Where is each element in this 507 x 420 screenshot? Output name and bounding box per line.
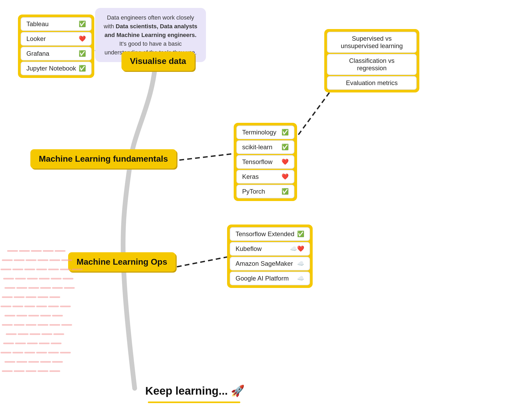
keep-learning-underline [148,402,240,403]
ml-fundamentals-label: Machine Learning fundamentals [39,154,168,164]
tfx-label: Tensorflow Extended [236,230,294,238]
keras-badge: ❤️ [281,173,289,180]
visualise-group: Tableau ✅ Looker ❤️ Grafana ✅ Jupyter No… [18,15,94,78]
jupyter-label: Jupyter Notebook [26,65,76,72]
jupyter-badge: ✅ [79,65,86,72]
looker-badge: ❤️ [79,35,86,42]
sklearn-badge: ✅ [281,144,289,151]
sagemaker-item: Amazon SageMaker ☁️ [230,257,310,270]
sagemaker-label: Amazon SageMaker [236,260,293,267]
supervised-item: Supervised vsunsupervised learning [327,32,417,53]
visualise-data-node: Visualise data [121,52,195,71]
tfx-item: Tensorflow Extended ✅ [230,227,310,241]
eval-metrics-label: Evaluation metrics [346,79,398,87]
kubeflow-item: Kubeflow ☁️❤️ [230,242,310,256]
svg-line-2 [298,90,331,135]
tensorflow-item: Tensorflow ❤️ [236,155,294,169]
svg-line-3 [177,256,231,267]
ml-concepts-group: Supervised vsunsupervised learning Class… [324,29,419,92]
ml-fundamentals-node: Machine Learning fundamentals [30,149,176,169]
tensorflow-badge: ❤️ [281,158,289,165]
info-text: Data engineers often work closely with D… [104,14,198,56]
tensorflow-label: Tensorflow [242,158,273,166]
kubeflow-label: Kubeflow [236,245,262,253]
ml-terms-group: Terminology ✅ scikit-learn ✅ Tensorflow … [234,123,297,201]
visualise-data-label: Visualise data [130,56,186,66]
ml-ops-label: Machine Learning Ops [77,257,167,267]
keep-learning-label: Keep learning... 🚀 [145,385,245,397]
tfx-badge: ✅ [297,231,304,237]
tableau-item: Tableau ✅ [21,17,92,31]
google-ai-item: Google AI Platform ☁️ [230,272,310,285]
classification-label: Classification vsregression [349,57,395,72]
keras-label: Keras [242,173,259,180]
pytorch-label: PyTorch [242,188,265,195]
keep-learning-text: Keep learning... 🚀 [145,384,245,397]
google-ai-label: Google AI Platform [236,275,289,282]
classification-item: Classification vsregression [327,54,417,75]
tableau-badge: ✅ [79,21,86,27]
keras-item: Keras ❤️ [236,170,294,184]
pytorch-item: PyTorch ✅ [236,185,294,198]
supervised-label: Supervised vsunsupervised learning [341,35,403,50]
sklearn-label: scikit-learn [242,143,273,151]
grafana-badge: ✅ [79,50,86,57]
mind-map: Data engineers often work closely with D… [0,0,507,420]
sagemaker-badge: ☁️ [297,260,304,267]
ml-ops-group: Tensorflow Extended ✅ Kubeflow ☁️❤️ Amaz… [227,225,313,288]
google-ai-badge: ☁️ [297,275,304,282]
looker-item: Looker ❤️ [21,32,92,46]
grafana-item: Grafana ✅ [21,47,92,60]
terminology-badge: ✅ [281,129,289,136]
jupyter-item: Jupyter Notebook ✅ [21,62,92,75]
terminology-item: Terminology ✅ [236,125,294,139]
looker-label: Looker [26,35,46,43]
kubeflow-badge: ☁️❤️ [290,245,304,252]
terminology-label: Terminology [242,129,276,136]
sklearn-item: scikit-learn ✅ [236,140,294,154]
pink-dashes-decoration [0,240,84,394]
eval-metrics-item: Evaluation metrics [327,76,417,90]
pytorch-badge: ✅ [281,188,289,195]
tableau-label: Tableau [26,20,49,28]
grafana-label: Grafana [26,50,49,57]
